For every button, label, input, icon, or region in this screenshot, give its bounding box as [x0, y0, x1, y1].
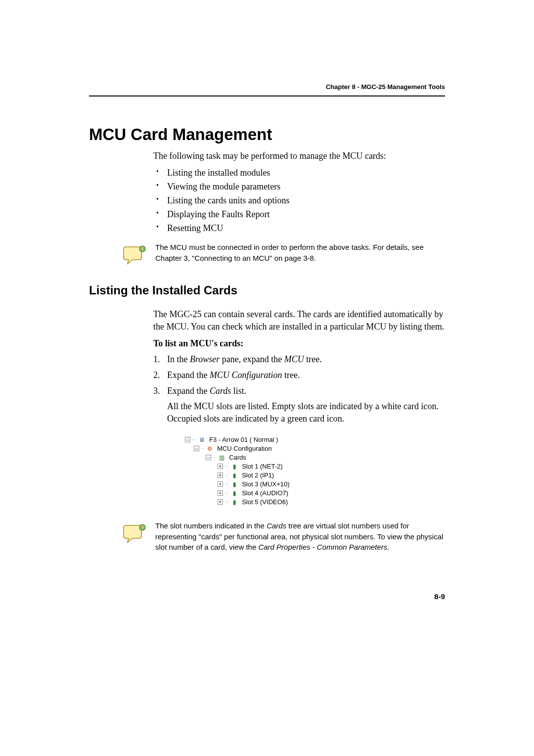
header-rule	[89, 95, 445, 96]
card-slot-icon: ▮	[230, 472, 239, 479]
tree-label: F3 - Arrow 01 ( Normal )	[208, 436, 278, 443]
note-text-span: .	[387, 543, 389, 551]
procedure-lead: To list an MCU's cards:	[153, 338, 445, 349]
tree-connector: ···	[225, 490, 228, 496]
tree-row-cards: – ·· ▥ Cards	[185, 453, 306, 462]
tree-row-slot: + ··· ▮ Slot 3 (MUX+10)	[185, 480, 306, 489]
tree-connector: ··	[213, 455, 215, 461]
step-item: Expand the Cards list. All the MCU slots…	[153, 384, 445, 512]
page: Chapter 8 - MGC-25 Management Tools MCU …	[0, 0, 534, 640]
monitor-icon: 🖥	[197, 436, 206, 443]
note-text-italic: Card Properties - Common Parameters	[258, 543, 387, 551]
tree-connector: ···	[225, 472, 228, 478]
step-sub-paragraph: All the MCU slots are listed. Empty slot…	[167, 400, 445, 425]
tree-row-slot: + ··· ▮ Slot 1 (NET-2)	[185, 462, 306, 471]
tree-label: Slot 3 (MUX+10)	[241, 481, 289, 488]
tree-row-config: – ·· ⚙ MCU Configuration	[185, 444, 306, 453]
tree-screenshot: – ··· 🖥 F3 - Arrow 01 ( Normal ) – ·· ⚙ …	[181, 432, 310, 512]
note-text: The MCU must be connected in order to pe…	[155, 242, 445, 264]
tree-label: MCU Configuration	[216, 445, 272, 452]
task-list: Listing the installed modules Viewing th…	[153, 166, 445, 235]
tree-label: Slot 5 (VIDEO6)	[241, 499, 288, 506]
note-icon	[123, 243, 146, 267]
tree-label: Slot 4 (AUDIO7)	[241, 490, 288, 497]
step-text: list.	[231, 386, 246, 396]
tree-row-root: – ··· 🖥 F3 - Arrow 01 ( Normal )	[185, 435, 306, 444]
tree-label: Slot 2 (IP1)	[241, 472, 274, 479]
note-block: The MCU must be connected in order to pe…	[123, 242, 445, 267]
tree-connector: ···	[225, 464, 228, 470]
list-item: Resetting MCU	[153, 222, 445, 236]
page-number: 8-9	[89, 592, 445, 601]
step-text: tree.	[282, 370, 300, 380]
step-text: Expand the	[167, 370, 210, 380]
section-content: The MGC-25 can contain several cards. Th…	[153, 308, 445, 511]
note-text: The slot numbers indicated in the Cards …	[155, 520, 445, 553]
collapse-icon: –	[185, 437, 190, 442]
tree-label: Cards	[228, 454, 246, 461]
chapter-header: Chapter 8 - MGC-25 Management Tools	[89, 83, 445, 91]
tree-row-slot: + ··· ▮ Slot 5 (VIDEO6)	[185, 498, 306, 507]
step-text-italic: Cards	[210, 386, 231, 396]
card-slot-icon: ▮	[230, 499, 239, 506]
step-text: Expand the	[167, 386, 210, 396]
collapse-icon: –	[206, 455, 211, 460]
page-title: MCU Card Management	[89, 125, 445, 144]
expand-icon: +	[218, 481, 223, 487]
step-text-italic: MCU	[284, 354, 304, 364]
section-body: The following task may be performed to m…	[153, 151, 445, 235]
note-block: The slot numbers indicated in the Cards …	[123, 520, 445, 553]
expand-icon: +	[218, 464, 223, 469]
intro-paragraph: The following task may be performed to m…	[153, 151, 445, 161]
collapse-icon: –	[194, 446, 199, 451]
config-icon: ⚙	[205, 445, 214, 452]
card-slot-icon: ▮	[230, 490, 239, 497]
tree-connector: ···	[225, 499, 228, 505]
cards-icon: ▥	[217, 454, 226, 461]
section-heading: Listing the Installed Cards	[89, 284, 445, 297]
list-item: Viewing the module parameters	[153, 180, 445, 194]
step-item: In the Browser pane, expand the MCU tree…	[153, 353, 445, 366]
section-paragraph: The MGC-25 can contain several cards. Th…	[153, 308, 445, 332]
note-text-span: The slot numbers indicated in the	[155, 521, 267, 530]
step-text-italic: MCU Configuration	[210, 370, 282, 380]
note-icon	[123, 521, 146, 545]
note-text-italic: Cards	[267, 521, 286, 530]
step-text: pane, expand the	[220, 354, 284, 364]
procedure-steps: In the Browser pane, expand the MCU tree…	[153, 353, 445, 512]
expand-icon: +	[218, 490, 223, 496]
card-slot-icon: ▮	[230, 463, 239, 470]
tree-connector: ··	[201, 446, 203, 452]
list-item: Displaying the Faults Report	[153, 208, 445, 222]
card-slot-icon: ▮	[230, 481, 239, 488]
tree-row-slot: + ··· ▮ Slot 4 (AUDIO7)	[185, 489, 306, 498]
expand-icon: +	[218, 472, 223, 478]
tree-label: Slot 1 (NET-2)	[241, 463, 282, 470]
step-item: Expand the MCU Configuration tree.	[153, 369, 445, 381]
list-item: Listing the cards units and options	[153, 194, 445, 208]
tree-connector: ···	[192, 437, 195, 443]
step-text-italic: Browser	[190, 354, 220, 364]
list-item: Listing the installed modules	[153, 166, 445, 180]
tree-row-slot: + ··· ▮ Slot 2 (IP1)	[185, 471, 306, 480]
expand-icon: +	[218, 499, 223, 505]
step-text: In the	[167, 354, 190, 364]
step-text: tree.	[304, 354, 322, 364]
tree-connector: ···	[225, 481, 228, 487]
